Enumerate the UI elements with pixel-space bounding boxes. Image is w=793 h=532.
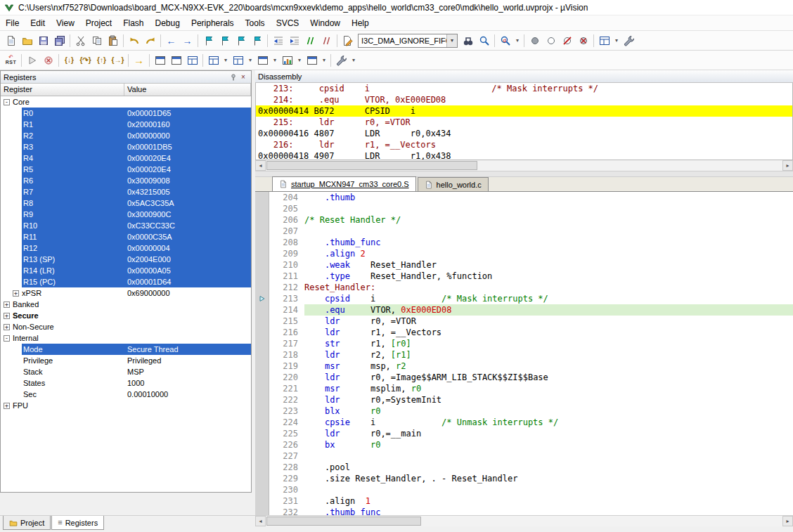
editor-gutter-margin[interactable]	[255, 507, 269, 515]
undo-button[interactable]	[126, 32, 142, 48]
incremental-find-button[interactable]	[476, 32, 492, 48]
editor-gutter-margin[interactable]	[255, 316, 269, 327]
insert-breakpoint-button[interactable]	[527, 32, 543, 48]
scroll-right-button[interactable]: ▸	[782, 516, 793, 526]
register-row-r4[interactable]: R40x000020E4	[1, 153, 251, 164]
register-row-xpsr[interactable]: +xPSR0x69000000	[1, 287, 251, 299]
code-line[interactable]: .pool	[304, 462, 793, 473]
dock-tab-registers[interactable]: ≡Registers	[51, 516, 104, 530]
register-row-sec[interactable]: Sec0.00010000	[1, 389, 251, 400]
editor-gutter-margin[interactable]	[255, 372, 269, 383]
code-line[interactable]	[304, 226, 793, 237]
code-line[interactable]	[304, 484, 793, 495]
code-line[interactable]: str r1, [r0]	[304, 338, 793, 349]
editor-gutter-margin[interactable]	[255, 226, 269, 237]
stop-button[interactable]	[40, 52, 56, 68]
editor-content[interactable]: 204 .thumb205206/* Reset Handler */20720…	[255, 192, 793, 515]
navigate-back-button[interactable]: ←	[163, 32, 179, 48]
menu-peripherals[interactable]: Peripherals	[186, 16, 240, 30]
register-row-r0[interactable]: R00x00001D65	[1, 108, 251, 119]
system-viewer-dropdown-button[interactable]: ▾	[320, 52, 328, 68]
bookmark-clear-all-button[interactable]	[249, 32, 265, 48]
menu-window[interactable]: Window	[304, 16, 346, 30]
menu-project[interactable]: Project	[80, 16, 117, 30]
code-line[interactable]: .thumb_func	[304, 507, 793, 515]
register-row-r6[interactable]: R60x30009008	[1, 175, 251, 186]
editor-gutter-margin[interactable]	[255, 327, 269, 338]
editor-gutter-margin[interactable]	[255, 192, 269, 203]
show-current-statement-button[interactable]: →	[131, 52, 147, 68]
scrollbar-thumb[interactable]	[266, 517, 421, 526]
register-row-secure[interactable]: +Secure	[1, 310, 251, 321]
tree-expander-expand[interactable]: +	[4, 301, 10, 308]
code-line[interactable]: ldr r0,=__main	[304, 428, 793, 439]
pin-panel-button[interactable]	[228, 72, 238, 82]
register-row-fpu[interactable]: +FPU	[1, 400, 251, 411]
code-line[interactable]: .size Reset_Handler, . - Reset_Handler	[304, 473, 793, 484]
configuration-button[interactable]	[621, 32, 637, 48]
menu-flash[interactable]: Flash	[117, 16, 149, 30]
register-row-r8[interactable]: R80x5AC3C35A	[1, 197, 251, 209]
register-row-r2[interactable]: R20x00000000	[1, 130, 251, 141]
register-row-mode[interactable]: ModeSecure Thread	[1, 344, 251, 355]
menu-edit[interactable]: Edit	[25, 16, 51, 30]
register-row-non-secure[interactable]: +Non-Secure	[1, 321, 251, 332]
open-file-button[interactable]	[19, 32, 35, 48]
register-row-r10[interactable]: R100xC33CC33C	[1, 220, 251, 231]
menu-debug[interactable]: Debug	[150, 16, 186, 30]
command-window-button[interactable]	[152, 52, 168, 68]
register-row-r7[interactable]: R70x43215005	[1, 186, 251, 197]
scrollbar-thumb[interactable]	[266, 161, 477, 170]
code-line[interactable]	[304, 450, 793, 462]
register-row-internal[interactable]: -Internal	[1, 332, 251, 344]
code-line[interactable]: .type Reset_Handler, %function	[304, 271, 793, 282]
menu-view[interactable]: View	[51, 16, 80, 30]
register-row-r11[interactable]: R110x0000C35A	[1, 231, 251, 242]
editor-gutter-margin[interactable]	[255, 495, 269, 507]
editor-gutter-margin[interactable]	[255, 259, 269, 271]
tree-expander-collapse[interactable]: -	[4, 99, 10, 105]
register-row-states[interactable]: States1000	[1, 377, 251, 389]
code-line[interactable]: /* Reset Handler */	[304, 214, 793, 226]
editor-gutter-margin[interactable]	[255, 248, 269, 259]
new-file-button[interactable]	[3, 32, 19, 48]
start-stop-debug-dropdown-button[interactable]: ▾	[513, 32, 522, 48]
navigate-forward-button[interactable]: →	[179, 32, 195, 48]
code-line[interactable]: .equ VTOR, 0xE000ED08	[304, 304, 793, 316]
code-line[interactable]: .weak Reset_Handler	[304, 259, 793, 271]
find-combo-dropdown-button[interactable]: ▾	[446, 34, 457, 47]
editor-gutter-margin[interactable]	[255, 271, 269, 282]
code-line[interactable]: msr msp, r2	[304, 361, 793, 372]
redo-button[interactable]	[142, 32, 158, 48]
editor-gutter-margin[interactable]	[255, 338, 269, 349]
dock-tab-project[interactable]: Project	[3, 516, 51, 530]
window-layout-dropdown-button[interactable]: ▾	[612, 32, 621, 48]
register-row-core[interactable]: -Core	[1, 96, 251, 108]
cut-button[interactable]	[72, 32, 89, 48]
code-line[interactable]: ldr r0, =Image$$ARM_LIB_STACK$$ZI$$Base	[304, 372, 793, 383]
start-stop-debug-button[interactable]	[497, 32, 513, 48]
scroll-left-button[interactable]: ◂	[255, 516, 266, 526]
enable-disable-breakpoint-button[interactable]	[543, 32, 559, 48]
code-line[interactable]: ldr r2, [r1]	[304, 349, 793, 361]
editor-tab-hello-world-c[interactable]: hello_world.c	[418, 177, 489, 191]
tree-expander-expand[interactable]: +	[4, 403, 10, 409]
bookmark-next-button[interactable]	[233, 32, 249, 48]
editor-gutter-margin[interactable]	[255, 361, 269, 372]
code-line[interactable]: .align 1	[304, 495, 793, 507]
editor-gutter-margin[interactable]	[255, 406, 269, 417]
analysis-window-button[interactable]	[279, 52, 295, 68]
toolbox-button[interactable]	[333, 52, 349, 68]
tree-expander-expand[interactable]: +	[4, 324, 10, 330]
indent-button[interactable]	[286, 32, 302, 48]
editor-gutter-margin[interactable]	[255, 417, 269, 428]
tree-expander-collapse[interactable]: -	[4, 335, 10, 342]
serial-window-button[interactable]	[254, 52, 271, 68]
register-row-r12[interactable]: R120x00000004	[1, 242, 251, 254]
editor-gutter-margin[interactable]	[255, 203, 269, 214]
editor-gutter-margin[interactable]	[255, 484, 269, 495]
disassembly-window-button[interactable]	[168, 52, 184, 68]
menu-file[interactable]: File	[0, 16, 25, 30]
register-row-r1[interactable]: R10x20000160	[1, 119, 251, 130]
editor-gutter-margin[interactable]	[255, 304, 269, 316]
